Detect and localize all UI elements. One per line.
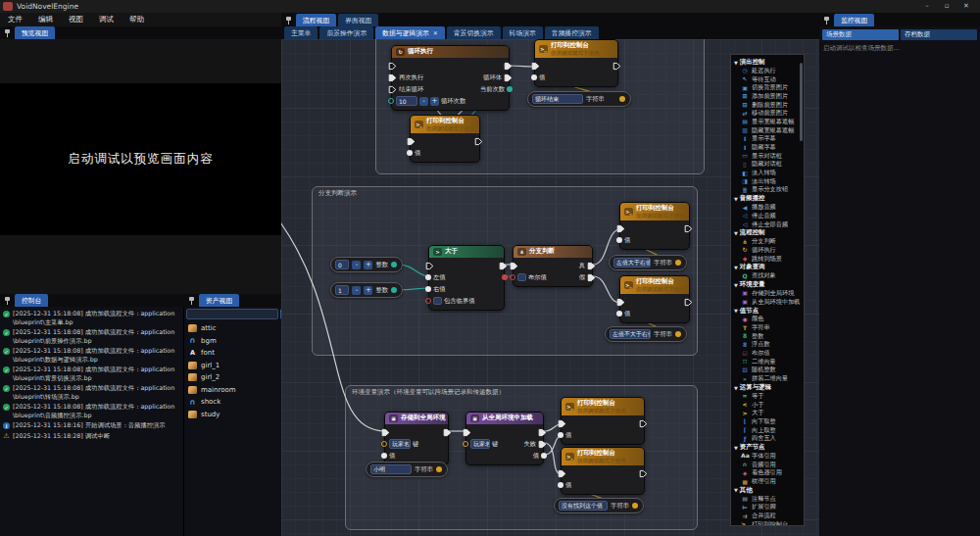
palette-item[interactable]: ⊨扩展引脚: [734, 504, 804, 512]
load-env-node[interactable]: ▣从全局环境中加载玩家名键失败值: [466, 412, 544, 465]
asset-search-input[interactable]: [186, 309, 278, 319]
dock-pin-icon[interactable]: [823, 16, 831, 25]
asset-item[interactable]: girl_2: [186, 371, 279, 384]
palette-category-2[interactable]: ▼流程控制: [734, 228, 804, 237]
exec-pin[interactable]: [443, 428, 452, 437]
dock-pin-icon[interactable]: [285, 16, 293, 25]
value-input[interactable]: 1: [335, 285, 349, 295]
palette-item[interactable]: ⌈向上取整: [734, 426, 804, 435]
asset-item[interactable]: girl_1: [186, 360, 279, 372]
decrement-button[interactable]: -: [419, 97, 428, 106]
palette-item[interactable]: ▯隐藏对话框: [734, 161, 804, 170]
increment-button[interactable]: +: [364, 286, 372, 295]
tab-console[interactable]: 控制台: [15, 294, 48, 307]
palette-category-7[interactable]: ▼资产节点: [734, 443, 804, 452]
exec-pin[interactable]: [639, 469, 648, 478]
palette-item[interactable]: ◷延迟执行: [734, 67, 804, 75]
exec-pin[interactable]: [425, 262, 434, 270]
asset-item[interactable]: attic: [186, 322, 279, 335]
palette-item[interactable]: ⇉合并流程: [734, 512, 804, 520]
exec-pin[interactable]: [388, 85, 397, 94]
value-input[interactable]: 玩家名: [389, 439, 411, 449]
branch-node[interactable]: ⋔分支判断真布尔值假: [513, 245, 593, 287]
value-input[interactable]: 小明: [370, 464, 412, 474]
palette-item[interactable]: <小于: [734, 401, 804, 410]
output-pin[interactable]: [675, 331, 681, 337]
palette-category-4[interactable]: ▼环境变量: [734, 280, 804, 289]
tab-monitor-view[interactable]: 监控视图: [834, 14, 874, 26]
palette-scrollbar[interactable]: [800, 63, 803, 141]
output-pin[interactable]: [391, 262, 397, 268]
palette-item[interactable]: >大于: [734, 409, 804, 417]
data-pin[interactable]: [381, 453, 387, 459]
exec-pin[interactable]: [558, 419, 566, 428]
checkbox[interactable]: [517, 273, 526, 281]
palette-item[interactable]: ≣显示分支按钮: [734, 186, 804, 195]
exec-pin[interactable]: [531, 62, 540, 71]
palette-category-1[interactable]: ▼音频播控: [734, 194, 804, 203]
print-node-1[interactable]: >_打印到控制台仅供调试模式下使用值: [534, 39, 618, 87]
palette-item[interactable]: Aa字体引用: [734, 452, 804, 461]
exec-pin[interactable]: [510, 262, 518, 270]
palette-item[interactable]: 8浮点数: [734, 341, 804, 350]
value-input[interactable]: 左值大于右值: [613, 258, 651, 268]
palette-item[interactable]: ▦纹理引用: [734, 477, 804, 486]
menu-item-4[interactable]: 帮助: [122, 15, 152, 24]
palette-item[interactable]: ⊞添加前景图片: [734, 92, 804, 101]
palette-item[interactable]: Q查找对象: [734, 271, 804, 280]
palette-item[interactable]: ☑布尔值: [734, 349, 804, 358]
palette-item[interactable]: »拼装二维向量: [734, 374, 804, 383]
palette-item[interactable]: ƒ四舍五入: [734, 434, 804, 443]
palette-item[interactable]: ▤显示宽银幕遮幅: [734, 118, 804, 126]
exec-pin[interactable]: [388, 62, 397, 71]
palette-item[interactable]: ▤注释节点: [734, 495, 804, 504]
exec-pin[interactable]: [504, 62, 513, 71]
exec-pin[interactable]: [538, 440, 547, 449]
print-node-4[interactable]: >_打印到控制台仅供调试模式下使用值: [619, 275, 690, 323]
greater-node[interactable]: >大于左值右值包含临界值: [428, 245, 505, 311]
menu-item-2[interactable]: 视图: [61, 15, 91, 24]
palette-category-5[interactable]: ▼值节点: [734, 307, 804, 316]
palette-item[interactable]: ∷二维向量: [734, 358, 804, 366]
scene-tab-4[interactable]: 转场演示: [503, 26, 543, 39]
close-button[interactable]: ✕: [958, 1, 974, 12]
dock-pin-icon[interactable]: [4, 296, 12, 306]
dock-pin-icon[interactable]: [4, 28, 12, 38]
exec-pin[interactable]: [684, 298, 693, 307]
palette-item[interactable]: ∩音频引用: [734, 461, 804, 469]
exec-pin[interactable]: [684, 224, 693, 233]
exec-pin[interactable]: [499, 262, 508, 270]
loop-node[interactable]: ↻循环执行再次执行循环体结束循环当前次数10-+循环次数: [391, 45, 510, 111]
exec-pin[interactable]: [538, 428, 547, 437]
exec-pin[interactable]: [407, 137, 416, 146]
tab-preview-view[interactable]: 预览视图: [15, 26, 55, 39]
view-tab-1[interactable]: 界面视图: [338, 14, 378, 26]
data-pin[interactable]: [425, 274, 431, 280]
output-pin[interactable]: [619, 96, 625, 102]
decrement-button[interactable]: -: [352, 286, 361, 295]
palette-item[interactable]: ▭显示对话框: [734, 152, 804, 161]
menu-item-0[interactable]: 文件: [0, 15, 30, 24]
palette-item[interactable]: ◨淡出转场: [734, 177, 804, 186]
palette-item[interactable]: ◀播放音频: [734, 203, 804, 212]
data-pin[interactable]: [531, 74, 537, 80]
palette-category-6[interactable]: ▼运算与逻辑: [734, 383, 804, 392]
palette-item[interactable]: ◉颜色: [734, 316, 804, 324]
data-pin[interactable]: [558, 482, 564, 488]
data-pin[interactable]: [616, 237, 622, 243]
string-pill-loop-end[interactable]: 循环结束字符串: [527, 91, 631, 107]
exec-pin[interactable]: [558, 469, 566, 478]
exec-pin[interactable]: [381, 428, 390, 437]
data-pin[interactable]: [388, 98, 394, 104]
string-pill-notfound[interactable]: 没有找到这个值字符串: [554, 498, 644, 513]
data-pin[interactable]: [541, 453, 547, 459]
exec-pin[interactable]: [616, 298, 625, 307]
print-node-3[interactable]: >_打印到控制台仅供调试模式下使用值: [619, 202, 690, 250]
palette-item[interactable]: I隐藏字幕: [734, 143, 804, 152]
palette-item[interactable]: ⌊向下取整: [734, 417, 804, 426]
data-pin[interactable]: [616, 311, 622, 317]
data-pin[interactable]: [463, 441, 468, 447]
palette-item[interactable]: ▣存储到全局环境: [734, 289, 804, 298]
asset-item[interactable]: Afont: [186, 347, 279, 360]
view-tab-0[interactable]: 流程视图: [296, 14, 336, 26]
